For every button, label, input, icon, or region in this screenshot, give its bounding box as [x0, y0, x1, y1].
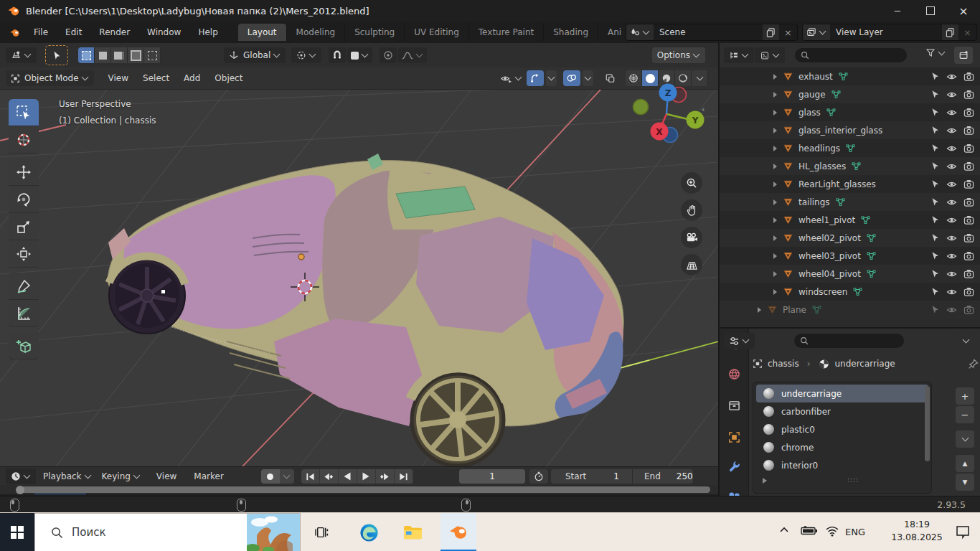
expand-arrow-icon[interactable]	[773, 289, 777, 295]
breadcrumb-material[interactable]: undercarriage	[834, 359, 895, 369]
expand-arrow-icon[interactable]	[773, 199, 777, 205]
outliner-editor-type-button[interactable]	[724, 47, 754, 63]
current-frame-field[interactable]: 1	[459, 469, 525, 484]
start-button[interactable]	[0, 513, 34, 551]
proportional-editing-button[interactable]	[380, 47, 397, 63]
prev-keyframe-button[interactable]	[320, 469, 339, 484]
viewport-menu-view[interactable]: View	[101, 73, 136, 83]
jump-to-start-button[interactable]	[301, 469, 320, 484]
disable-in-render-icon[interactable]	[963, 179, 974, 189]
hide-in-viewport-icon[interactable]	[946, 126, 957, 135]
properties-editor-type-button[interactable]	[724, 333, 755, 349]
wifi-icon[interactable]	[825, 526, 839, 537]
selectable-toggle-icon[interactable]	[930, 287, 940, 296]
expand-arrow-icon[interactable]	[773, 74, 777, 80]
use-preview-range-toggle[interactable]	[529, 469, 548, 484]
viewport-menu-add[interactable]: Add	[176, 73, 207, 83]
material-specials-expand-icon[interactable]	[763, 478, 767, 484]
expand-arrow-icon[interactable]	[773, 128, 777, 133]
material-slot-list[interactable]: undercarriage carbonfiber plastic0 chrom…	[753, 382, 932, 494]
select-mode-set-button[interactable]	[78, 47, 95, 63]
playback-menu[interactable]: Playback	[43, 471, 92, 481]
menu-window[interactable]: Window	[138, 27, 189, 37]
move-slot-down-button[interactable]: ▼	[956, 474, 974, 491]
outliner-filter-dropdown[interactable]	[925, 48, 946, 57]
tool-scale[interactable]	[9, 213, 39, 240]
expand-arrow-icon[interactable]	[758, 307, 761, 313]
hide-in-viewport-icon[interactable]	[946, 108, 957, 117]
disable-in-render-icon[interactable]	[963, 305, 974, 314]
selectable-toggle-icon[interactable]	[930, 179, 940, 189]
mode-dropdown[interactable]: Object Mode	[6, 70, 94, 86]
select-mode-extend-button[interactable]	[95, 47, 111, 63]
bing-daily-image[interactable]	[247, 514, 300, 551]
view-layer-browse-button[interactable]	[803, 24, 830, 40]
disable-in-render-icon[interactable]	[963, 251, 974, 260]
transform-orientation-dropdown[interactable]: Global	[224, 47, 286, 63]
disable-in-render-icon[interactable]	[963, 90, 974, 99]
properties-options-dropdown[interactable]	[956, 332, 975, 349]
hide-in-viewport-icon[interactable]	[946, 306, 957, 314]
menu-file[interactable]: File	[25, 27, 57, 37]
xray-toggle[interactable]	[601, 70, 619, 86]
disable-in-render-icon[interactable]	[963, 197, 974, 207]
tool-move[interactable]	[9, 159, 39, 186]
hide-in-viewport-icon[interactable]	[946, 198, 957, 207]
workspace-tab-uv-editing[interactable]: UV Editing	[405, 24, 469, 41]
task-view-button[interactable]	[307, 513, 339, 551]
selectable-toggle-icon[interactable]	[930, 269, 940, 278]
scene-selector[interactable]: Scene ×	[626, 24, 798, 41]
outliner-search-input[interactable]	[795, 48, 907, 62]
breadcrumb-object[interactable]: chassis	[768, 359, 799, 369]
next-keyframe-button[interactable]	[376, 469, 395, 484]
outliner-item-row[interactable]: gauge	[720, 85, 980, 103]
timeline-scrollbar[interactable]	[17, 486, 710, 493]
expand-arrow-icon[interactable]	[773, 271, 777, 277]
selectable-toggle-icon[interactable]	[930, 90, 940, 99]
play-button[interactable]	[357, 469, 376, 484]
timeline-scroll-area[interactable]	[0, 485, 718, 496]
selectable-toggle-icon[interactable]	[930, 215, 940, 225]
disable-in-render-icon[interactable]	[963, 287, 974, 296]
tray-expand-chevron-icon[interactable]	[779, 526, 789, 533]
pin-icon[interactable]	[968, 359, 979, 369]
outliner-item-row[interactable]: wheel04_pivot	[720, 265, 980, 283]
tool-measure[interactable]	[9, 300, 39, 327]
material-slot-row[interactable]: undercarriage	[756, 385, 928, 402]
disable-in-render-icon[interactable]	[963, 269, 974, 278]
selectable-toggle-icon[interactable]	[930, 197, 940, 207]
snap-target-dropdown[interactable]	[347, 47, 372, 63]
selectable-toggle-icon[interactable]	[930, 72, 940, 81]
workspace-tab-modeling[interactable]: Modeling	[287, 24, 346, 41]
disable-in-render-icon[interactable]	[963, 233, 974, 242]
scrollbar-handle[interactable]	[16, 486, 24, 494]
selectable-toggle-icon[interactable]	[930, 126, 940, 135]
material-specials-dropdown[interactable]	[956, 430, 974, 448]
gizmo-options-dropdown[interactable]	[546, 70, 557, 86]
show-gizmo-toggle[interactable]	[527, 70, 544, 86]
outliner-item-row[interactable]: HL_glasses	[720, 157, 980, 175]
disable-in-render-icon[interactable]	[963, 161, 974, 171]
workspace-tab-animation[interactable]: Ani	[598, 24, 626, 41]
material-slot-row[interactable]: carbonfiber	[756, 402, 928, 420]
disable-in-render-icon[interactable]	[963, 143, 974, 153]
keying-menu[interactable]: Keying	[102, 471, 141, 481]
active-tool-indicator[interactable]	[45, 45, 68, 65]
workspace-tab-layout[interactable]: Layout	[238, 24, 287, 41]
expand-arrow-icon[interactable]	[773, 92, 777, 98]
disable-in-render-icon[interactable]	[963, 72, 974, 81]
expand-arrow-icon[interactable]	[773, 182, 777, 187]
select-mode-intersect-button[interactable]	[144, 47, 161, 63]
hide-in-viewport-icon[interactable]	[946, 72, 957, 81]
tool-rotate[interactable]	[9, 186, 39, 213]
play-reverse-button[interactable]	[339, 469, 357, 484]
outliner-item-row[interactable]: glass_interior_glass	[720, 121, 980, 139]
battery-icon[interactable]	[801, 526, 818, 536]
tool-transform[interactable]	[9, 240, 39, 268]
menu-render[interactable]: Render	[90, 27, 138, 37]
editor-type-button[interactable]	[6, 47, 37, 63]
toggle-orthographic-button[interactable]	[681, 254, 702, 276]
hide-in-viewport-icon[interactable]	[946, 288, 957, 296]
outliner-item-row[interactable]: wheel02_pivot	[720, 229, 980, 247]
move-slot-up-button[interactable]: ▲	[956, 455, 974, 472]
